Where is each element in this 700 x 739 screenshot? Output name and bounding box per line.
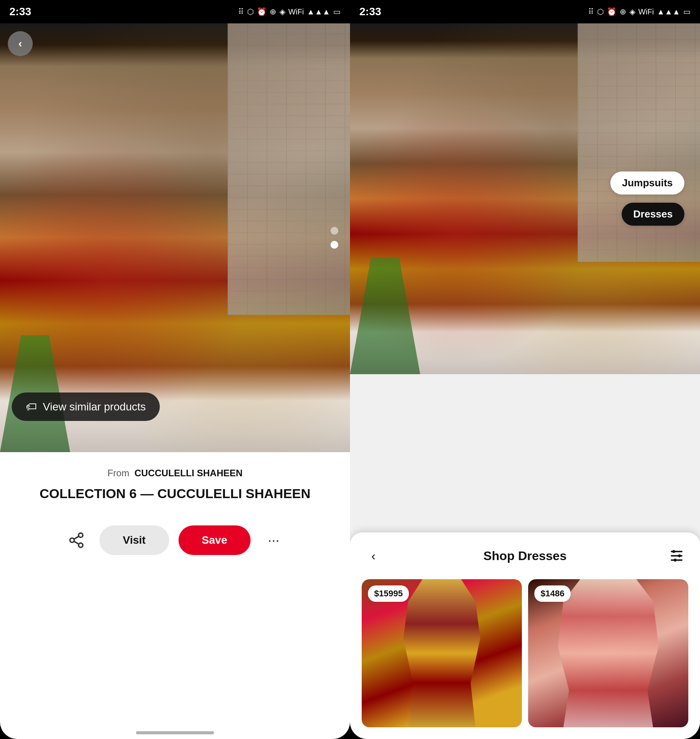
battery-icon-r: ▭ — [683, 7, 691, 16]
pin-actions: Visit Save ··· — [16, 518, 334, 563]
left-phone: 2:33 ⠿ ⬡ ⏰ ⊕ ◈ WiFi ▲▲▲ ▭ ‹ — [0, 0, 350, 739]
svg-line-4 — [74, 536, 79, 539]
sheet-back-button[interactable]: ‹ — [362, 544, 385, 568]
svg-line-3 — [74, 541, 79, 544]
from-prefix: From — [108, 468, 129, 478]
dot-2-active — [331, 241, 338, 249]
visit-button[interactable]: Visit — [99, 525, 169, 555]
more-options-button[interactable]: ··· — [260, 527, 287, 554]
jumpsuits-tag[interactable]: Jumpsuits — [610, 171, 684, 194]
shop-dresses-sheet: ‹ Shop Dresses — [350, 532, 700, 739]
svg-point-8 — [672, 550, 675, 553]
save-button[interactable]: Save — [179, 525, 251, 555]
tag-icon: 🏷 — [26, 400, 37, 413]
pin-info: From CUCCULELLI SHAHEEN COLLECTION 6 — C… — [0, 452, 350, 571]
products-grid: $15995 $1486 — [362, 579, 688, 727]
cast-icon: ⬡ — [247, 7, 254, 16]
product-card-1[interactable]: $15995 — [362, 579, 522, 727]
stone-texture-right — [578, 23, 700, 262]
vibrate-icon-r: ◈ — [629, 7, 635, 16]
svg-point-1 — [70, 538, 74, 543]
cast-icon-r: ⬡ — [597, 7, 604, 16]
product-price-2: $1486 — [534, 585, 571, 602]
status-icons-right: ⠿ ⬡ ⏰ ⊕ ◈ WiFi ▲▲▲ ▭ — [588, 7, 691, 16]
grid-icon: ⠿ — [238, 7, 244, 16]
stone-texture — [228, 23, 350, 315]
svg-point-0 — [78, 533, 83, 537]
product-card-2[interactable]: $1486 — [528, 579, 688, 727]
status-bar-left: 2:33 ⠿ ⬡ ⏰ ⊕ ◈ WiFi ▲▲▲ ▭ — [0, 0, 350, 23]
wifi-icon-r: WiFi — [638, 7, 654, 16]
back-arrow-icon: ‹ — [18, 37, 22, 50]
home-indicator-left — [136, 731, 214, 734]
svg-point-10 — [674, 559, 677, 561]
status-time-left: 2:33 — [9, 5, 31, 18]
battery-icon: ▭ — [333, 7, 341, 16]
vibrate-icon: ◈ — [279, 7, 285, 16]
location-icon: ⊕ — [270, 7, 276, 16]
signal-icon-r: ▲▲▲ — [657, 7, 680, 16]
share-icon — [68, 532, 85, 549]
share-button[interactable] — [63, 527, 90, 554]
svg-point-2 — [78, 543, 83, 548]
signal-icon: ▲▲▲ — [307, 7, 330, 16]
location-icon-r: ⊕ — [620, 7, 626, 16]
status-icons-left: ⠿ ⬡ ⏰ ⊕ ◈ WiFi ▲▲▲ ▭ — [238, 7, 341, 16]
brand-name: CUCCULELLI SHAHEEN — [134, 468, 242, 478]
jumpsuits-label: Jumpsuits — [622, 177, 673, 189]
sheet-back-arrow: ‹ — [371, 549, 376, 563]
filter-button[interactable] — [665, 544, 688, 568]
product-price-1: $15995 — [368, 585, 409, 602]
dot-1 — [331, 227, 338, 235]
back-button[interactable]: ‹ — [8, 31, 33, 56]
dresses-tag[interactable]: Dresses — [622, 203, 684, 226]
view-similar-label: View similar products — [43, 401, 146, 413]
dresses-label: Dresses — [633, 208, 673, 220]
pagination-dots — [331, 227, 338, 249]
right-phone: 2:33 ⠿ ⬡ ⏰ ⊕ ◈ WiFi ▲▲▲ ▭ Jumpsu — [350, 0, 700, 739]
view-similar-button[interactable]: 🏷 View similar products — [12, 392, 160, 421]
pin-title: COLLECTION 6 — CUCCULELLI SHAHEEN — [16, 485, 334, 502]
right-main-image: Jumpsuits Dresses — [350, 23, 700, 374]
main-image-container: ‹ 🏷 View similar products — [0, 23, 350, 452]
filter-icon — [668, 547, 685, 564]
svg-point-9 — [678, 554, 681, 557]
phone-content-left: ‹ 🏷 View similar products From CUCCULELL — [0, 23, 350, 739]
alarm-icon-r: ⏰ — [607, 7, 617, 16]
phone-content-right: Jumpsuits Dresses ‹ Shop Dresses — [350, 23, 700, 739]
sheet-header: ‹ Shop Dresses — [362, 544, 688, 568]
alarm-icon: ⏰ — [257, 7, 267, 16]
status-bar-right: 2:33 ⠿ ⬡ ⏰ ⊕ ◈ WiFi ▲▲▲ ▭ — [350, 0, 700, 23]
grid-icon-r: ⠿ — [588, 7, 594, 16]
pin-from: From CUCCULELLI SHAHEEN — [16, 468, 334, 479]
status-time-right: 2:33 — [359, 5, 381, 18]
sheet-title: Shop Dresses — [483, 549, 566, 563]
wifi-icon: WiFi — [288, 7, 304, 16]
